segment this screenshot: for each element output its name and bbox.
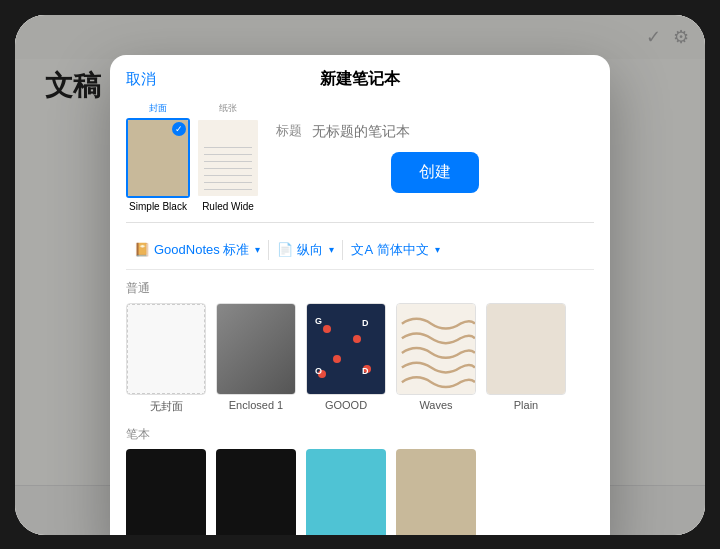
grid-cover-black1[interactable] [126,449,206,535]
svg-text:D: D [362,366,369,376]
orientation-label: 纵向 [297,241,323,259]
cover-thumb-goood: G D O D [306,303,386,395]
paper-type-label: GoodNotes 标准 [154,241,249,259]
create-button[interactable]: 创建 [391,152,479,193]
orientation-icon: 📄 [277,242,293,257]
cover-thumb-black1 [126,449,206,535]
svg-point-2 [333,355,341,363]
grid-cover-plain[interactable]: Plain [486,303,566,414]
cover-waves-label: Waves [419,399,452,411]
svg-text:G: G [315,316,322,326]
language-label: 简体中文 [377,241,429,259]
language-chevron-icon: ▾ [435,244,440,255]
cover-thumb-none [126,303,206,395]
orientation-select[interactable]: 📄 纵向 ▾ [269,237,342,263]
modal-overlay: 取消 新建笔记本 封面 [15,15,705,535]
modal-title: 新建笔记本 [320,69,400,90]
covers-grid-normal: 无封面 Enclosed 1 [126,303,594,418]
cover-enclosed1-label: Enclosed 1 [229,399,283,411]
cover-thumb-teal [306,449,386,535]
cover-thumb-plain [486,303,566,395]
orientation-chevron-icon: ▾ [329,244,334,255]
cover-option-label: 封面 [149,102,167,115]
cover-none-label: 无封面 [150,399,183,414]
language-select[interactable]: 文A 简体中文 ▾ [343,237,448,263]
title-row: 标题 [276,122,594,140]
grid-cover-black2[interactable] [216,449,296,535]
svg-point-1 [353,335,361,343]
grid-cover-waves[interactable]: Waves [396,303,476,414]
new-notebook-modal: 取消 新建笔记本 封面 [110,55,610,535]
grid-cover-teal[interactable] [306,449,386,535]
svg-point-0 [323,325,331,333]
paper-type-select[interactable]: 📔 GoodNotes 标准 ▾ [126,237,268,263]
modal-body: 封面 Simple Black 纸张 [110,90,610,535]
tablet-frame: ✓ ⚙ 文稿 ⊞ 文库 🔍 搜索 🔖 收藏夹 取消 新建笔记本 [15,15,705,535]
covers-grid-notebook [126,449,594,535]
cover-option-ruled-wide[interactable]: 纸张 [196,102,260,212]
svg-text:D: D [362,318,369,328]
svg-text:O: O [315,366,322,376]
cover-goood-label: GOOOD [325,399,367,411]
options-row: 📔 GoodNotes 标准 ▾ 📄 纵向 ▾ 文A 简体中文 ▾ [126,231,594,270]
section-label-notebook: 笔本 [126,426,594,443]
cover-thumb-black2 [216,449,296,535]
separator-1 [126,222,594,223]
language-icon: 文A [351,241,373,259]
paper-icon: 📔 [134,242,150,257]
cover-thumb-waves [396,303,476,395]
cover-thumb-simple-black [126,118,190,198]
grid-cover-enclosed1[interactable]: Enclosed 1 [216,303,296,414]
cover-option-label-ruled: 纸张 [219,102,237,115]
grid-cover-tan[interactable] [396,449,476,535]
cover-simple-black-label: Simple Black [129,201,187,212]
grid-cover-goood[interactable]: G D O D GOOOD [306,303,386,414]
modal-header: 取消 新建笔记本 [110,55,610,90]
section-label-normal: 普通 [126,280,594,297]
grid-cover-none[interactable]: 无封面 [126,303,206,414]
cover-options: 封面 Simple Black 纸张 [126,102,260,212]
cover-thumb-ruled-wide [196,118,260,198]
cover-option-simple-black[interactable]: 封面 Simple Black [126,102,190,212]
title-label: 标题 [276,122,302,140]
paper-chevron-icon: ▾ [255,244,260,255]
cancel-button[interactable]: 取消 [126,70,156,89]
cover-thumb-tan [396,449,476,535]
notebook-title-input[interactable] [312,123,594,139]
cover-plain-label: Plain [514,399,538,411]
cover-thumb-enclosed1 [216,303,296,395]
cover-ruled-wide-label: Ruled Wide [202,201,254,212]
